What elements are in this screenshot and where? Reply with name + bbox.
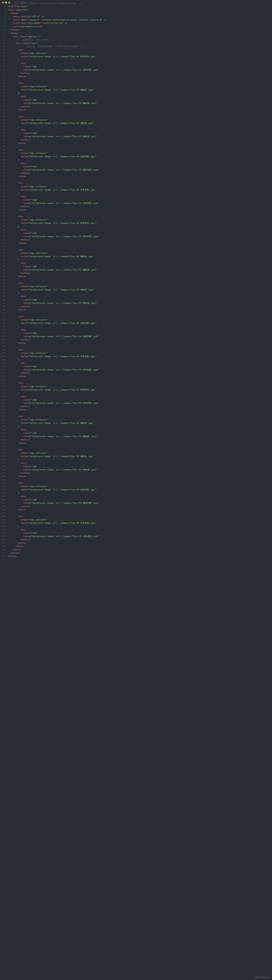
code-line[interactable]: <div xyxy=(8,62,268,65)
code-line[interactable]: <div xyxy=(8,128,268,132)
code-line[interactable]: <div xyxy=(8,48,268,51)
code-line[interactable]: style="background-image: url(./images/To… xyxy=(8,501,268,505)
code-line[interactable]: style="background-image: url(./images/To… xyxy=(8,168,268,172)
code-line[interactable]: <!DOCTYPE html> xyxy=(8,5,268,8)
code-line[interactable]: <div xyxy=(8,195,268,198)
code-line[interactable]: class="img-container" xyxy=(8,485,268,488)
code-line[interactable]: </div> xyxy=(8,475,268,478)
code-line[interactable]: <!-- 如果要多行, 重复row即可 --> xyxy=(8,38,268,41)
code-line[interactable]: ></div> xyxy=(8,72,268,75)
code-line[interactable]: <html lang="en"> xyxy=(8,8,268,11)
code-line[interactable]: class="img-container" xyxy=(8,85,268,88)
code-line[interactable]: > xyxy=(8,325,268,328)
code-line[interactable]: > xyxy=(8,125,268,128)
code-line[interactable]: style="background-image: url(./images/To… xyxy=(8,335,268,338)
code-line[interactable]: style="background-image: url(./images/To… xyxy=(8,455,268,458)
code-line[interactable]: style="background-image: url(./images/To… xyxy=(8,68,268,72)
code-line[interactable]: > xyxy=(8,258,268,261)
code-line[interactable]: style="background-image: url(./images/To… xyxy=(8,121,268,125)
code-line[interactable]: <div class="row"> xyxy=(8,41,268,45)
code-line[interactable]: class="img" xyxy=(8,531,268,535)
code-line[interactable]: class="img" xyxy=(8,265,268,268)
code-line[interactable]: style="background-image: url(./images/To… xyxy=(8,202,268,205)
code-line[interactable]: ></div> xyxy=(8,105,268,108)
code-line[interactable]: <div xyxy=(8,495,268,498)
code-line[interactable]: <div xyxy=(8,181,268,185)
code-line[interactable]: <meta name="viewport" content="width=dev… xyxy=(8,18,268,22)
code-line[interactable]: <div xyxy=(8,528,268,531)
code-line[interactable]: style="background-image: url(./images/To… xyxy=(8,288,268,291)
close-dot-icon[interactable] xyxy=(2,2,4,3)
code-line[interactable] xyxy=(8,511,268,515)
code-line[interactable]: style="background-image: url(./images/To… xyxy=(8,221,268,225)
code-line[interactable]: </div> xyxy=(8,375,268,378)
code-line[interactable]: <div xyxy=(8,348,268,352)
code-line[interactable]: > xyxy=(8,525,268,528)
code-line[interactable]: class="img-container" xyxy=(8,518,268,521)
code-line[interactable]: <!-- 图片下载地址: https://www.pinterest.com/h… xyxy=(8,2,268,5)
code-line[interactable]: <div xyxy=(8,315,268,318)
code-line[interactable]: class="img" xyxy=(8,298,268,301)
code-line[interactable]: <div xyxy=(8,461,268,465)
code-line[interactable]: style="background-image: url(./images/To… xyxy=(8,135,268,138)
code-line[interactable]: style="background-image: url(./images/To… xyxy=(8,301,268,305)
code-line[interactable]: > xyxy=(8,191,268,195)
code-line[interactable]: class="img" xyxy=(8,498,268,501)
code-line[interactable]: class="img" xyxy=(8,65,268,68)
code-line[interactable]: ></div> xyxy=(8,172,268,175)
code-line[interactable]: style="background-image: url(./images/To… xyxy=(8,435,268,438)
code-line[interactable]: class="img-container" xyxy=(8,151,268,155)
code-line[interactable]: style="background-image: url(./images/To… xyxy=(8,468,268,471)
code-line[interactable]: <link rel="stylesheet" href="style.css" … xyxy=(8,22,268,25)
code-line[interactable]: </div> xyxy=(8,208,268,212)
code-line[interactable]: <div xyxy=(8,81,268,85)
code-line[interactable]: <div xyxy=(8,361,268,365)
code-line[interactable]: style="background-image: url(./images/To… xyxy=(8,422,268,425)
code-line[interactable]: style="background-image: url(./images/To… xyxy=(8,188,268,191)
code-line[interactable]: </div> xyxy=(8,548,268,551)
code-line[interactable]: <head> xyxy=(8,11,268,15)
code-line[interactable]: <div xyxy=(8,382,268,385)
code-line[interactable]: class="img" xyxy=(8,465,268,468)
code-line[interactable]: <!-- 一共有3组, 每组的数据相同, 本示例中每组有5个图片 --> xyxy=(8,45,268,48)
code-line[interactable]: <div xyxy=(8,515,268,518)
code-line[interactable]: ></div> xyxy=(8,538,268,541)
code-line[interactable]: style="background-image: url(./images/To… xyxy=(8,102,268,105)
code-line[interactable]: > xyxy=(8,425,268,428)
code-line[interactable]: </div> xyxy=(8,341,268,345)
code-editor[interactable]: 1234567891011121314151617181920212223242… xyxy=(0,0,272,562)
code-line[interactable]: ></div> xyxy=(8,138,268,142)
code-line[interactable]: ></div> xyxy=(8,505,268,508)
code-line[interactable]: class="img-container" xyxy=(8,218,268,221)
code-line[interactable]: <div xyxy=(8,162,268,165)
code-line[interactable]: class="img-container" xyxy=(8,385,268,388)
code-line[interactable]: style="background-image: url(./images/To… xyxy=(8,355,268,358)
code-line[interactable]: > xyxy=(8,158,268,162)
code-line[interactable]: </div> xyxy=(8,308,268,312)
code-line[interactable]: class="img-container" xyxy=(8,251,268,255)
code-line[interactable]: style="background-image: url(./images/To… xyxy=(8,535,268,538)
code-line[interactable] xyxy=(8,111,268,115)
code-content[interactable]: <!-- 图片下载地址: https://www.pinterest.com/h… xyxy=(8,2,272,558)
code-line[interactable]: <div xyxy=(8,115,268,118)
code-line[interactable]: </div> xyxy=(8,242,268,245)
code-line[interactable]: class="img-container" xyxy=(8,318,268,321)
code-line[interactable]: <meta charset="UTF-8" /> xyxy=(8,15,268,18)
code-line[interactable] xyxy=(8,345,268,348)
code-line[interactable]: class="img-container" xyxy=(8,51,268,55)
code-line[interactable]: > xyxy=(8,291,268,295)
code-line[interactable] xyxy=(8,245,268,248)
code-line[interactable]: style="background-image: url(./images/To… xyxy=(8,388,268,391)
code-line[interactable]: style="background-image: url(./images/To… xyxy=(8,155,268,158)
code-line[interactable]: class="img-container" xyxy=(8,118,268,121)
code-line[interactable]: ></div> xyxy=(8,338,268,341)
code-line[interactable]: class="img" xyxy=(8,398,268,401)
code-line[interactable]: <div xyxy=(8,328,268,331)
code-line[interactable]: <body> xyxy=(8,32,268,35)
code-line[interactable] xyxy=(8,478,268,481)
code-line[interactable]: </head> xyxy=(8,28,268,32)
zoom-dot-icon[interactable] xyxy=(8,2,10,3)
code-line[interactable]: <div xyxy=(8,261,268,265)
code-line[interactable] xyxy=(8,445,268,448)
code-line[interactable]: style="background-image: url(./images/To… xyxy=(8,268,268,272)
